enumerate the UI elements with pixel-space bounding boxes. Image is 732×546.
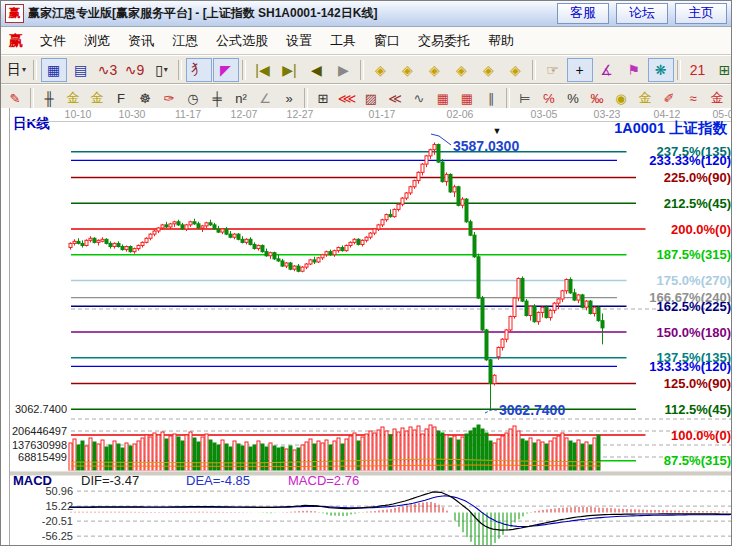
- volume-bar: [297, 448, 300, 471]
- gold-grid-2-button[interactable]: 金: [86, 86, 109, 110]
- gold-bar-button[interactable]: 金: [706, 86, 729, 110]
- calendar-button[interactable]: 21: [685, 58, 711, 82]
- menu-item-6[interactable]: 设置: [277, 29, 321, 53]
- page-forward-button[interactable]: ▶: [331, 58, 357, 82]
- percent-button[interactable]: %: [562, 86, 585, 110]
- volume-bar: [313, 444, 316, 471]
- chart-canvas[interactable]: 日K线10-1010-3011-1712-0712-2701-1702-0603…: [1, 108, 732, 546]
- pattern-box-button[interactable]: ▨: [360, 86, 383, 110]
- gold-grid-button[interactable]: 金: [62, 86, 85, 110]
- gold-bar-icon: 金: [711, 89, 724, 107]
- macd-histogram: [71, 502, 727, 545]
- candle-body: [345, 245, 348, 250]
- customer-service-button[interactable]: 客服: [557, 3, 609, 24]
- wave-tool-button[interactable]: ≈: [682, 86, 705, 110]
- candle-body: [105, 239, 108, 243]
- menu-item-2[interactable]: 浏览: [75, 29, 119, 53]
- crosshair-button[interactable]: +: [567, 58, 593, 82]
- expand-button[interactable]: ◈: [503, 58, 529, 82]
- shift-left-button[interactable]: ◈: [368, 58, 394, 82]
- wave-pen-button[interactable]: ✐: [658, 86, 681, 110]
- volume-bar: [537, 440, 540, 471]
- red-grid-2-button[interactable]: ▦: [456, 86, 479, 110]
- menu-item-3[interactable]: 资讯: [119, 29, 163, 53]
- percent-retrace-button[interactable]: ℅: [538, 86, 561, 110]
- menu-item-5[interactable]: 公式选股: [207, 29, 277, 53]
- sub-indicator-3-button[interactable]: ∿3: [95, 58, 121, 82]
- shift-right-button[interactable]: ◈: [395, 58, 421, 82]
- quote-list-button[interactable]: ▤: [68, 58, 94, 82]
- candle-body: [145, 238, 148, 242]
- gann-level-label: 150.0%(180): [657, 325, 731, 340]
- candle-body: [237, 234, 240, 239]
- volume-bar: [513, 426, 516, 471]
- volume-bar: [293, 450, 296, 471]
- gann-line-button[interactable]: ╫: [38, 86, 61, 110]
- candle-body: [341, 248, 344, 251]
- volume-bar: [97, 444, 100, 471]
- graph-window-button[interactable]: ▦: [41, 58, 67, 82]
- candle-body: [485, 330, 488, 360]
- parallel-lines-button[interactable]: ∥: [480, 86, 503, 110]
- candlestick-series: [69, 142, 604, 409]
- zoom-out-x-button[interactable]: ◈: [449, 58, 475, 82]
- menu-item-10[interactable]: 帮助: [479, 29, 523, 53]
- crosshair-icon: +: [575, 62, 583, 78]
- gold-coin-button[interactable]: ◉: [610, 86, 633, 110]
- sub-indicator-9-button[interactable]: ∿9: [122, 58, 148, 82]
- flag-tool-button[interactable]: ⚑: [621, 58, 647, 82]
- forum-button[interactable]: 论坛: [616, 3, 668, 24]
- zoom-in-x-button[interactable]: ◈: [422, 58, 448, 82]
- page-back-button[interactable]: ◀: [304, 58, 330, 82]
- square-n2-button[interactable]: n²: [230, 86, 253, 110]
- candle-body: [141, 242, 144, 245]
- volume-bar: [477, 425, 480, 471]
- menu-item-7[interactable]: 工具: [321, 29, 365, 53]
- fan-lines-button[interactable]: ≪: [384, 86, 407, 110]
- percent-line-button[interactable]: ‰: [586, 86, 609, 110]
- gold-line-button[interactable]: 金: [634, 86, 657, 110]
- homepage-button[interactable]: 主页: [675, 3, 727, 24]
- grid-tool-button[interactable]: ╪: [206, 86, 229, 110]
- toolbar-separator: [360, 60, 364, 80]
- menu-item-9[interactable]: 交易委托: [409, 29, 479, 53]
- time-cycle-button[interactable]: ◷: [182, 86, 205, 110]
- candle-body: [541, 307, 544, 312]
- more-tools-button[interactable]: »: [278, 86, 301, 110]
- candle-body: [85, 240, 88, 245]
- volume-bar: [117, 444, 120, 471]
- calculator-button[interactable]: ⊞: [712, 58, 732, 82]
- chart-area[interactable]: 日K线10-1010-3011-1712-0712-2701-1702-0603…: [1, 108, 732, 546]
- fib-grid-button[interactable]: F: [110, 86, 133, 110]
- brain-tool-button[interactable]: ❋: [648, 58, 674, 82]
- panel-grid-button[interactable]: ⊞: [312, 86, 335, 110]
- first-page-button[interactable]: |◀: [250, 58, 276, 82]
- volume-bar: [529, 438, 532, 471]
- left-scale-label: 206446497: [12, 425, 67, 437]
- menu-item-1[interactable]: 文件: [31, 29, 75, 53]
- spiral-button[interactable]: ☸: [134, 86, 157, 110]
- angle-line-button[interactable]: ∠: [254, 86, 277, 110]
- candle-body: [189, 222, 192, 225]
- price-ruler-button[interactable]: ⊨: [514, 86, 537, 110]
- volume-bar: [581, 444, 584, 471]
- gann-fan-button[interactable]: ⋘: [336, 86, 359, 110]
- candle-body: [217, 229, 220, 232]
- color-fan-button[interactable]: ◤: [213, 58, 239, 82]
- kline-period-button[interactable]: 日▾: [4, 58, 30, 82]
- candle-style-button[interactable]: ▯▾: [149, 58, 175, 82]
- draw-pen-button[interactable]: ✎: [4, 86, 27, 110]
- menu-item-4[interactable]: 江恩: [163, 29, 207, 53]
- gann-level-label: 125.0%(90): [664, 376, 731, 391]
- rocket-chart-button[interactable]: ✑: [158, 86, 181, 110]
- zigzag-button[interactable]: ∿: [408, 86, 431, 110]
- angle-measure-button[interactable]: ∡: [594, 58, 620, 82]
- candle-body: [181, 225, 184, 229]
- red-grid-button[interactable]: ▦: [432, 86, 455, 110]
- last-page-button[interactable]: ▶|: [277, 58, 303, 82]
- gann-wolf-button[interactable]: 犭: [186, 58, 212, 82]
- menu-item-8[interactable]: 窗口: [365, 29, 409, 53]
- hand-tool-button[interactable]: ☞: [540, 58, 566, 82]
- macd-hist-value: MACD=2.76: [288, 473, 359, 488]
- compress-button[interactable]: ◈: [476, 58, 502, 82]
